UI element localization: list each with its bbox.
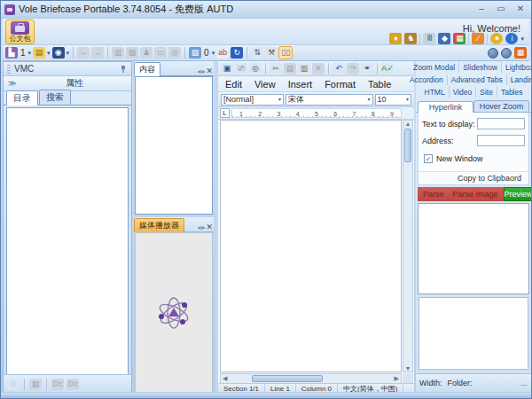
- award-icon[interactable]: ♦: [389, 33, 402, 44]
- cut-icon[interactable]: ✂: [270, 63, 282, 74]
- tab-zoom-modal[interactable]: Zoom Modal: [410, 62, 459, 73]
- tab-scroll-left-icon[interactable]: ◂: [197, 67, 200, 75]
- notes-icon[interactable]: ▤: [33, 47, 45, 59]
- more-button[interactable]: ...: [520, 379, 528, 387]
- chevron-down-icon[interactable]: ▾: [212, 47, 215, 59]
- link-icon[interactable]: ◎: [168, 47, 181, 59]
- images-icon[interactable]: ▨: [189, 47, 201, 59]
- tabstop-selector[interactable]: L: [220, 108, 230, 118]
- briefcase-button[interactable]: 公文包: [5, 20, 35, 44]
- tab-video[interactable]: Video: [450, 87, 477, 98]
- nav-prev-circle-icon[interactable]: [488, 48, 498, 59]
- tab-html[interactable]: HTML: [421, 87, 450, 98]
- shield-icon[interactable]: ◆: [438, 33, 450, 44]
- library-icon[interactable]: Ⅲ: [423, 33, 435, 44]
- palette-icon[interactable]: ▦: [514, 47, 527, 59]
- signature-icon[interactable]: ⁄: [472, 33, 484, 44]
- parse-image-button[interactable]: Parse Image: [453, 190, 498, 199]
- tab-landing[interactable]: Landing: [507, 74, 532, 85]
- snapshot-icon[interactable]: ▧: [126, 47, 138, 59]
- chevron-down-icon[interactable]: ▾: [47, 47, 51, 59]
- preview-box[interactable]: [419, 297, 528, 370]
- clock-icon[interactable]: ●: [490, 33, 503, 44]
- close-tab-icon[interactable]: ✕: [206, 223, 213, 231]
- scroll-thumb[interactable]: [252, 375, 323, 382]
- back-icon[interactable]: ←: [77, 47, 90, 59]
- nav-next-circle-icon[interactable]: [501, 48, 512, 59]
- sort-icon[interactable]: ⇅: [251, 47, 263, 59]
- print-icon[interactable]: ⎚: [235, 63, 247, 74]
- tab-search[interactable]: 搜索: [39, 90, 71, 105]
- tab-content[interactable]: 内容: [134, 62, 160, 76]
- tab-site[interactable]: Site: [476, 87, 497, 98]
- locate-icon[interactable]: ◌: [7, 379, 20, 390]
- fontsize-combobox[interactable]: 10▾: [375, 94, 411, 106]
- address-input[interactable]: [477, 135, 525, 146]
- scroll-left-icon[interactable]: ◀: [221, 375, 229, 382]
- menu-format[interactable]: Format: [325, 79, 356, 90]
- close-button[interactable]: ✕: [513, 4, 528, 15]
- menu-insert[interactable]: Insert: [288, 79, 313, 90]
- catalog-list[interactable]: [6, 107, 129, 399]
- filter-icon[interactable]: ▨: [29, 379, 42, 390]
- text-to-display-input[interactable]: [477, 118, 525, 129]
- scroll-thumb[interactable]: [404, 129, 411, 162]
- copy-icon[interactable]: ▤: [284, 63, 296, 74]
- view-eye-icon[interactable]: ◉: [52, 47, 65, 59]
- new-window-checkbox[interactable]: ✓: [424, 154, 433, 163]
- spellcheck-icon[interactable]: A✓: [381, 63, 394, 74]
- layout-columns-icon[interactable]: ▯▯: [279, 47, 292, 59]
- briefcase-list-icon[interactable]: ▙: [5, 47, 18, 59]
- dictionary-alt-icon[interactable]: ⅅc: [66, 379, 79, 390]
- preview-button[interactable]: Preview: [504, 187, 532, 201]
- ruler[interactable]: 1 2 3 4 5 6 7 8 9: [231, 108, 402, 118]
- tab-scroll-right-icon[interactable]: ▸: [201, 223, 205, 231]
- style-combobox[interactable]: [Normal]▾: [221, 94, 284, 106]
- tab-hyperlink[interactable]: Hyperlink: [418, 101, 473, 113]
- tab-slideshow[interactable]: Slideshow: [459, 62, 502, 73]
- chevron-down-icon[interactable]: ▾: [520, 33, 524, 44]
- media-player-area[interactable]: [135, 232, 213, 394]
- undo-icon[interactable]: ↶: [332, 63, 345, 74]
- tab-scroll-right-icon[interactable]: ▸: [201, 67, 205, 75]
- user-icon[interactable]: ♟: [140, 47, 153, 59]
- dictionary-icon[interactable]: ⅅc: [51, 379, 64, 390]
- tab-catalog[interactable]: 目录: [6, 90, 38, 106]
- vertical-scrollbar[interactable]: ▲ ▼: [403, 120, 413, 372]
- result-box[interactable]: [418, 203, 529, 294]
- print-preview-icon[interactable]: ◎: [249, 63, 262, 74]
- forward-icon[interactable]: →: [91, 47, 104, 59]
- tab-hover-zoom[interactable]: Hover Zoom: [473, 100, 529, 112]
- tab-tables[interactable]: Tables: [497, 87, 527, 98]
- find-icon[interactable]: ⚭: [361, 63, 373, 74]
- tools-icon[interactable]: ⚒: [265, 47, 278, 59]
- delete-icon[interactable]: ✕: [312, 63, 325, 74]
- chevron-down-icon[interactable]: ▾: [28, 47, 32, 59]
- redo-icon[interactable]: ↷: [347, 63, 359, 74]
- donate-icon[interactable]: ♞: [404, 33, 417, 44]
- scroll-up-icon[interactable]: ▲: [405, 121, 411, 127]
- chevron-down-icon[interactable]: ▾: [66, 47, 70, 59]
- tab-media-player[interactable]: 媒体播放器: [134, 218, 184, 232]
- copy-to-clipboard-button[interactable]: Copy to Clipbaord: [419, 171, 528, 184]
- folder-icon[interactable]: ▭: [154, 47, 167, 59]
- parse-button[interactable]: Parse: [423, 190, 444, 199]
- windows-icon[interactable]: ▦: [453, 33, 466, 44]
- pin-icon[interactable]: [119, 65, 128, 74]
- sync-icon[interactable]: ↻: [231, 47, 243, 59]
- tab-lightbox[interactable]: Lightbox: [502, 62, 532, 73]
- scroll-down-icon[interactable]: ▼: [405, 365, 411, 372]
- paste-icon[interactable]: ▥: [298, 63, 310, 74]
- vmc-titlebar[interactable]: VMC: [4, 62, 131, 76]
- minimize-button[interactable]: –: [474, 4, 489, 15]
- font-combobox[interactable]: 宋体▾: [286, 94, 373, 106]
- menu-table[interactable]: Table: [368, 79, 391, 90]
- maximize-button[interactable]: ▭: [494, 4, 508, 15]
- menu-edit[interactable]: Edit: [225, 79, 242, 90]
- info-icon[interactable]: i: [505, 33, 518, 44]
- close-tab-icon[interactable]: ✕: [206, 66, 213, 75]
- collapse-chevron-icon[interactable]: ≫: [8, 79, 22, 88]
- menu-view[interactable]: View: [254, 79, 276, 90]
- abc-icon[interactable]: ab: [216, 47, 229, 59]
- tab-accordion[interactable]: Accordion: [406, 74, 448, 85]
